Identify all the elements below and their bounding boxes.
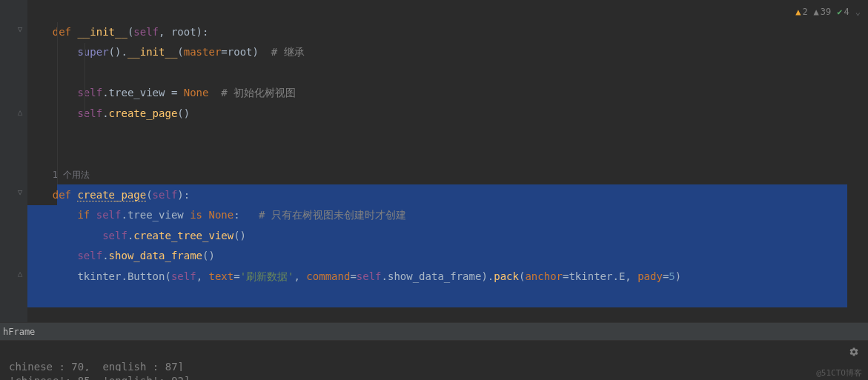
code-line <box>27 124 868 144</box>
collapse-end-icon[interactable]: △ <box>15 268 25 279</box>
breadcrumb[interactable]: hFrame <box>0 322 868 340</box>
code-editor[interactable]: ▽ △ ▽ △ ▲ 2 ▲ 39 ✔ 4 ⌄ def __init__(self… <box>0 0 868 322</box>
collapse-marker-icon[interactable]: ▽ <box>15 187 25 197</box>
weak-warning-icon: ▲ <box>814 7 819 17</box>
code-line: self.tree_view = None # 初始化树视图 <box>27 83 868 104</box>
gear-icon[interactable] <box>849 347 859 359</box>
collapse-marker-icon[interactable]: ▽ <box>15 24 25 34</box>
checkmark-icon: ✔ <box>837 7 842 17</box>
breadcrumb-item[interactable]: hFrame <box>3 327 35 337</box>
code-line: self.create_page() <box>27 104 868 124</box>
usage-hint: 1 个用法 <box>27 164 868 185</box>
code-line: tkinter.Button(self, text='刷新数据', comman… <box>27 267 868 287</box>
chevron-icon[interactable]: ⌄ <box>855 7 861 17</box>
console-output: chinese : 70, english : 87] <box>9 361 184 371</box>
console-output: 'chinese': 85, 'english': 92] <box>9 375 190 380</box>
code-line <box>27 144 868 165</box>
code-content[interactable]: def __init__(self, root): super().__init… <box>27 0 868 322</box>
code-line <box>27 63 868 84</box>
inspection-widget[interactable]: ▲ 2 ▲ 39 ✔ 4 ⌄ <box>795 7 861 17</box>
code-line: self.show_data_frame() <box>27 246 868 267</box>
warning-indicator[interactable]: ▲ 2 <box>795 7 807 17</box>
code-line: super().__init__(master=root) # 继承 <box>27 42 868 63</box>
watermark: @51CTO博客 <box>816 367 862 379</box>
warning-icon: ▲ <box>795 7 801 17</box>
code-line: def __init__(self, root): <box>27 22 868 43</box>
code-line: if self.tree_view is None: # 只有在树视图未创建时才… <box>27 205 868 226</box>
collapse-end-icon[interactable]: △ <box>15 107 25 117</box>
typo-count: 4 <box>844 7 849 17</box>
code-line <box>27 1 868 22</box>
gutter: ▽ △ ▽ △ <box>0 0 27 322</box>
typo-indicator[interactable]: ✔ 4 <box>837 7 849 17</box>
code-line: def create_page(self): <box>27 185 868 206</box>
code-line: self.create_tree_view() <box>27 226 868 247</box>
bottom-panel: chinese : 70, english : 87] 'chinese': 8… <box>0 340 868 380</box>
weak-warning-count: 39 <box>821 7 831 17</box>
warning-count: 2 <box>802 7 807 17</box>
weak-warning-indicator[interactable]: ▲ 39 <box>814 7 832 17</box>
